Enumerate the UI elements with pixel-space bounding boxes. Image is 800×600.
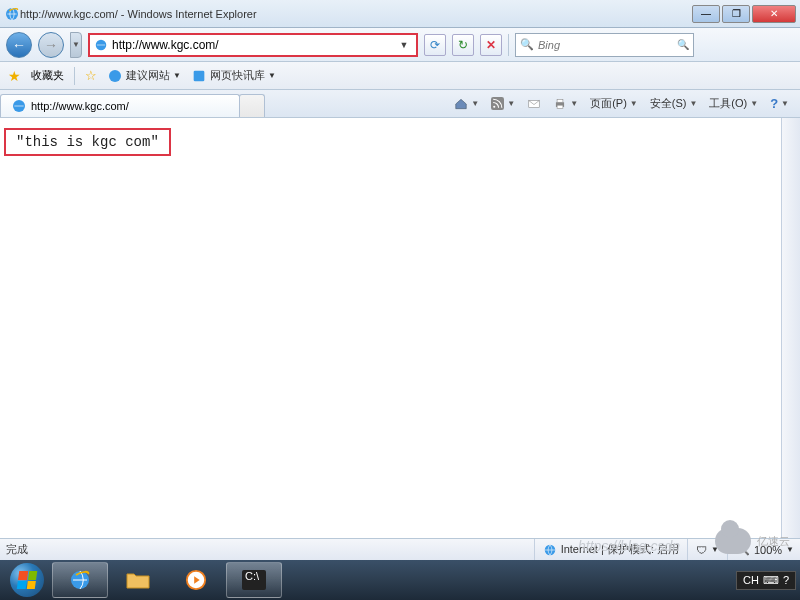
tools-menu[interactable]: 工具(O)▼ [706,94,761,113]
refresh-button[interactable]: ↻ [452,34,474,56]
svg-point-2 [109,70,121,82]
taskbar-item-terminal[interactable]: C:\ [226,562,282,598]
favorites-bar: ★ 收藏夹 ☆ 建议网站 ▼ 网页快讯库 ▼ [0,62,800,90]
chevron-down-icon: ▼ [781,99,789,108]
chevron-down-icon: ▼ [750,99,758,108]
add-favorite-icon[interactable]: ☆ [85,68,97,83]
chevron-down-icon: ▼ [268,71,276,80]
shield-icon: 🛡 [696,544,707,556]
page-menu-label: 页面(P) [590,96,627,111]
taskbar-item-explorer[interactable] [110,562,166,598]
status-text: 完成 [6,542,28,557]
svg-rect-5 [491,97,504,110]
page-menu[interactable]: 页面(P)▼ [587,94,641,113]
home-button[interactable]: ▼ [451,95,482,113]
chevron-down-icon: ▼ [570,99,578,108]
terminal-icon: C:\ [242,570,266,590]
safety-menu-label: 安全(S) [650,96,687,111]
print-button[interactable]: ▼ [550,95,581,113]
web-slice-label: 网页快讯库 [210,68,265,83]
svg-point-6 [493,106,495,108]
page-body-text: "this is kgc com" [4,128,171,156]
address-input[interactable] [112,38,396,52]
feed-icon [491,97,504,110]
tools-menu-label: 工具(O) [709,96,747,111]
chevron-down-icon: ▼ [630,99,638,108]
compat-view-button[interactable]: ⟳ [424,34,446,56]
favorites-label[interactable]: 收藏夹 [31,68,64,83]
svg-rect-9 [557,99,563,102]
search-box[interactable]: 🔍 🔍 [515,33,694,57]
suggested-sites-link[interactable]: 建议网站 ▼ [107,68,181,84]
site-icon [107,68,123,84]
help-tray-icon: ? [783,574,789,586]
mail-icon [527,97,541,111]
favorites-star-icon[interactable]: ★ [8,68,21,84]
feeds-button[interactable]: ▼ [488,95,518,112]
svg-rect-10 [557,105,563,109]
system-tray: CH ⌨ ? [736,571,796,590]
safety-menu[interactable]: 安全(S)▼ [647,94,701,113]
chevron-down-icon: ▼ [173,71,181,80]
window-controls: — ❐ ✕ [692,5,796,23]
tab-title: http://www.kgc.com/ [31,100,129,112]
ie-icon [4,6,20,22]
folder-icon [126,570,150,590]
start-button[interactable] [4,562,50,598]
help-button[interactable]: ?▼ [767,94,792,113]
divider [508,34,509,56]
watermark: 亿速云 [715,528,790,554]
chevron-down-icon: ▼ [507,99,515,108]
page-content: "this is kgc com" [0,118,800,538]
forward-button[interactable]: → [38,32,64,58]
back-button[interactable]: ← [6,32,32,58]
window-title: http://www.kgc.com/ - Windows Internet E… [20,8,692,20]
search-input[interactable] [538,39,677,51]
stop-button[interactable]: ✕ [480,34,502,56]
tab-bar: http://www.kgc.com/ ▼ ▼ ▼ 页面(P)▼ 安全(S)▼ … [0,90,800,118]
divider [74,67,75,85]
address-dropdown[interactable]: ▼ [396,40,412,50]
print-icon [553,97,567,111]
web-slice-link[interactable]: 网页快讯库 ▼ [191,68,276,84]
tab-favicon [11,98,27,114]
nav-history-dropdown[interactable]: ▼ [70,32,82,58]
ghost-url-watermark: https://blog.csdn [578,538,680,554]
address-bar[interactable]: ▼ [88,33,418,57]
keyboard-icon: ⌨ [763,574,779,587]
navigation-bar: ← → ▼ ▼ ⟳ ↻ ✕ 🔍 🔍 [0,28,800,62]
read-mail-button[interactable] [524,95,544,113]
browser-tab[interactable]: http://www.kgc.com/ [0,94,240,117]
taskbar: C:\ CH ⌨ ? [0,560,800,600]
svg-rect-3 [194,70,205,81]
page-favicon [94,38,108,52]
help-icon: ? [770,96,778,111]
taskbar-item-media[interactable] [168,562,224,598]
new-tab-button[interactable] [239,94,265,117]
svg-text:C:\: C:\ [245,570,260,582]
command-bar: ▼ ▼ ▼ 页面(P)▼ 安全(S)▼ 工具(O)▼ ?▼ [265,90,800,117]
media-player-icon [185,569,207,591]
taskbar-item-ie[interactable] [52,562,108,598]
chevron-down-icon: ▼ [689,99,697,108]
ie-icon [68,568,92,592]
minimize-button[interactable]: — [692,5,720,23]
watermark-text: 亿速云 [757,534,790,549]
internet-zone-icon [543,543,557,557]
language-indicator[interactable]: CH ⌨ ? [736,571,796,590]
search-provider-icon: 🔍 [520,38,534,51]
window-titlebar: http://www.kgc.com/ - Windows Internet E… [0,0,800,28]
maximize-button[interactable]: ❐ [722,5,750,23]
slice-icon [191,68,207,84]
suggested-sites-label: 建议网站 [126,68,170,83]
home-icon [454,97,468,111]
language-code: CH [743,574,759,586]
status-bar: 完成 Internet | 保护模式: 启用 🛡▼ 🔍 100% ▼ [0,538,800,560]
cloud-icon [715,528,751,554]
search-go-icon[interactable]: 🔍 [677,39,689,50]
windows-orb-icon [10,563,44,597]
close-button[interactable]: ✕ [752,5,796,23]
chevron-down-icon: ▼ [471,99,479,108]
